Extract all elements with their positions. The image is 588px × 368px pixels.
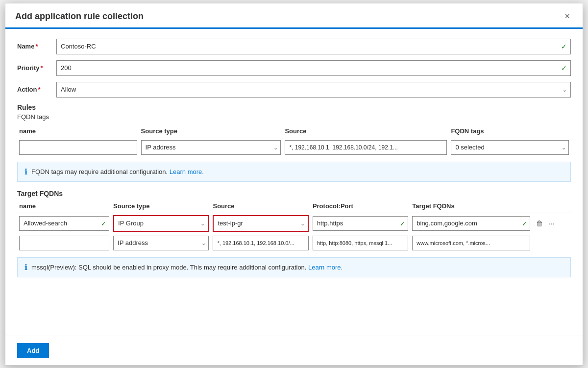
target-row1-source-type-select[interactable]: IP Group IP address (114, 216, 208, 231)
fqdn-tags-header-row: name Source type Source FQDN tags (17, 124, 571, 138)
target-row2-protocol-cell: http, http:8080, https, mssql:1... (311, 234, 410, 252)
fqdn-tags-cell: 0 selected ⌄ (449, 138, 571, 157)
action-row: Action * Allow Deny ⌄ (17, 82, 571, 98)
target-row1-fqdns-check: ✓ (522, 220, 527, 227)
fqdn-col-source-type: Source type (139, 124, 283, 138)
fqdn-name-cell (17, 138, 139, 157)
target-row2-source-text: *, 192.168.10.1, 192.168.10.0/... (213, 236, 308, 250)
mssql-info-box: ℹ mssql(Preview): SQL should be enabled … (17, 257, 571, 277)
target-header-row: name Source type Source Protocol:Port Ta… (17, 199, 571, 213)
target-row1-more-button[interactable]: ··· (547, 219, 557, 228)
priority-label: Priority * (17, 64, 56, 72)
target-row2-source-type-wrapper: IP address IP Group ⌄ (113, 236, 209, 250)
add-button[interactable]: Add (17, 343, 49, 358)
name-input-wrapper: ✓ (56, 39, 571, 54)
fqdn-learn-more-link[interactable]: Learn more. (170, 168, 204, 175)
target-row2-protocol-text: http, http:8080, https, mssql:1... (313, 236, 408, 250)
target-row1-name-check: ✓ (101, 220, 106, 227)
fqdn-name-input[interactable] (19, 140, 137, 155)
priority-input[interactable] (56, 60, 571, 76)
name-check-icon: ✓ (561, 43, 567, 50)
fqdn-col-name: name (17, 124, 139, 138)
fqdn-source-type-wrapper: IP address IP Group ⌄ (141, 140, 281, 155)
target-row1-fqdns-input[interactable] (412, 216, 530, 231)
close-button[interactable]: × (562, 10, 573, 23)
target-row2-fqdns-cell: www.microsoft.com, *.micros... (410, 234, 532, 252)
name-label: Name * (17, 43, 56, 50)
target-row1-name-cell: ✓ (17, 213, 111, 234)
fqdn-tags-select[interactable]: 0 selected (451, 140, 569, 155)
target-col-name: name (17, 199, 111, 213)
fqdn-info-text: FQDN tags may require additional configu… (31, 168, 204, 175)
action-select[interactable]: Allow Deny (56, 82, 571, 98)
mssql-info-icon: ℹ (24, 263, 27, 272)
target-row1-fqdns-cell: ✓ (410, 213, 532, 234)
fqdn-source-type-cell: IP address IP Group ⌄ (139, 138, 283, 157)
target-fqdns-title: Target FQDNs (17, 190, 571, 197)
priority-row: Priority * ✓ (17, 60, 571, 76)
fqdn-source-type-select[interactable]: IP address IP Group (141, 140, 281, 155)
target-row1-actions-cell: 🗑 ··· (532, 213, 571, 234)
fqdn-col-source: Source (283, 124, 449, 138)
target-row-1: ✓ IP Group IP address ⌄ (17, 213, 571, 234)
target-row1-actions: 🗑 ··· (534, 219, 569, 228)
name-input[interactable] (56, 39, 571, 54)
action-label: Action * (17, 86, 56, 93)
modal-title: Add application rule collection (15, 11, 144, 22)
target-row1-protocol-check: ✓ (400, 220, 405, 227)
fqdn-source-text[interactable]: *, 192.168.10.1, 192.168.10.0/24, 192.1.… (285, 140, 447, 155)
target-row2-source-cell: *, 192.168.10.1, 192.168.10.0/... (211, 234, 310, 252)
target-row1-source-cell: test-ip-gr ⌄ (211, 213, 310, 234)
add-rule-collection-modal: Add application rule collection × Name *… (5, 3, 583, 366)
target-row1-name-wrapper: ✓ (19, 216, 109, 231)
modal-body: Name * ✓ Priority * ✓ Action * (5, 29, 583, 336)
target-row2-source-type-cell: IP address IP Group ⌄ (111, 234, 211, 252)
target-col-actions (532, 199, 571, 213)
target-row1-protocol-cell: ✓ (311, 213, 410, 234)
target-row2-actions-cell (532, 234, 571, 252)
priority-input-wrapper: ✓ (56, 60, 571, 76)
target-row-2: IP address IP Group ⌄ *, 192.168.10.1, 1… (17, 234, 571, 252)
fqdn-info-icon: ℹ (24, 167, 27, 176)
rules-title: Rules (17, 103, 571, 111)
target-row2-fqdns-text: www.microsoft.com, *.micros... (412, 236, 530, 250)
target-row1-source-type-cell: IP Group IP address ⌄ (111, 213, 211, 234)
target-fqdns-section: Target FQDNs name Source type Source Pro… (17, 190, 571, 277)
mssql-learn-more-link[interactable]: Learn more. (308, 264, 343, 271)
fqdn-tags-subtitle: FQDN tags (17, 113, 571, 121)
fqdn-tags-table: name Source type Source FQDN tags (17, 124, 571, 157)
fqdn-col-tags: FQDN tags (449, 124, 571, 138)
target-row1-name-input[interactable] (19, 216, 109, 231)
action-select-wrapper: Allow Deny ⌄ (56, 82, 571, 98)
target-row1-source-type-wrapper: IP Group IP address ⌄ (113, 215, 209, 232)
name-row: Name * ✓ (17, 39, 571, 54)
target-row1-source-wrapper: test-ip-gr ⌄ (213, 215, 308, 232)
target-row2-name-cell (17, 234, 111, 252)
target-row1-fqdns-wrapper: ✓ (412, 216, 530, 231)
name-required: * (35, 43, 38, 50)
priority-check-icon: ✓ (561, 64, 567, 72)
target-col-target-fqdns: Target FQDNs (410, 199, 532, 213)
priority-required: * (41, 64, 43, 72)
fqdn-info-box: ℹ FQDN tags may require additional confi… (17, 162, 571, 182)
target-row2-name-input[interactable] (19, 236, 109, 250)
mssql-info-text: mssql(Preview): SQL should be enabled in… (31, 264, 343, 271)
rules-section: Rules FQDN tags name Source type Source … (17, 103, 571, 182)
modal-header: Add application rule collection × (5, 3, 583, 29)
target-col-protocol: Protocol:Port (311, 199, 410, 213)
target-row1-source-select[interactable]: test-ip-gr (214, 216, 307, 231)
fqdn-source-cell: *, 192.168.10.1, 192.168.10.0/24, 192.1.… (283, 138, 449, 157)
target-row1-delete-button[interactable]: 🗑 (534, 219, 545, 228)
fqdn-tags-row: IP address IP Group ⌄ *, 192.168.10.1, 1… (17, 138, 571, 157)
target-row1-protocol-input[interactable] (313, 216, 408, 231)
modal-footer: Add (5, 336, 583, 365)
target-col-source-type: Source type (111, 199, 211, 213)
action-required: * (38, 86, 40, 93)
target-row2-source-type-select[interactable]: IP address IP Group (113, 236, 209, 250)
target-fqdns-table: name Source type Source Protocol:Port Ta… (17, 199, 571, 252)
fqdn-tags-select-wrapper: 0 selected ⌄ (451, 140, 569, 155)
target-col-source: Source (211, 199, 310, 213)
target-row1-protocol-wrapper: ✓ (313, 216, 408, 231)
